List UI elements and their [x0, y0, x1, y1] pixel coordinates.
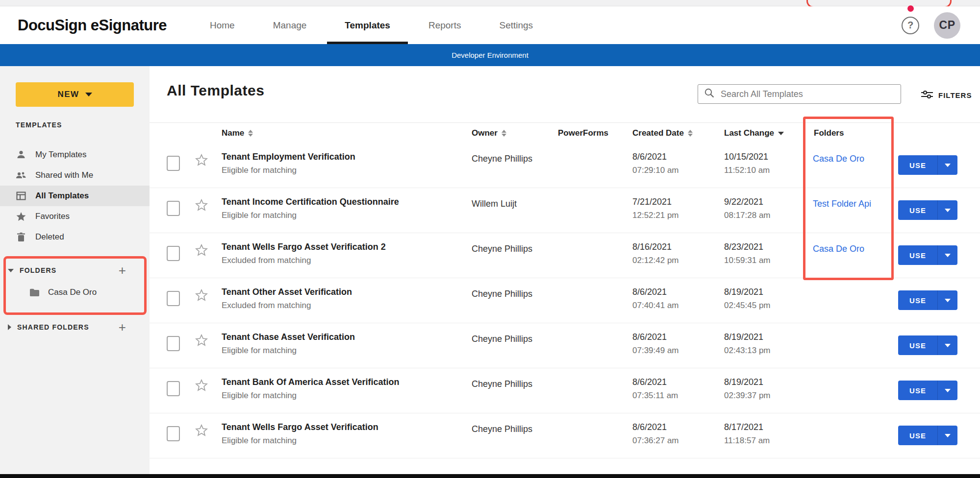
use-dropdown-button[interactable]: [938, 335, 957, 355]
use-dropdown-button[interactable]: [938, 381, 957, 400]
people-icon: [16, 170, 26, 181]
search-box[interactable]: [698, 84, 901, 104]
use-button[interactable]: USE: [898, 155, 938, 175]
shared-folders-group-header[interactable]: SHARED FOLDERS +: [0, 319, 150, 335]
favorite-star-icon[interactable]: [195, 154, 208, 168]
use-split-button[interactable]: USE: [898, 290, 957, 310]
use-button[interactable]: USE: [898, 426, 938, 445]
folder-cell: Casa De Oro: [813, 244, 864, 254]
use-dropdown-button[interactable]: [938, 290, 957, 310]
column-header-powerforms[interactable]: PowerForms: [558, 123, 608, 143]
column-header-owner[interactable]: Owner: [472, 123, 506, 143]
avatar[interactable]: CP: [934, 12, 960, 39]
column-header-last-change[interactable]: Last Change: [724, 123, 784, 143]
last-change-date: 10/15/2021: [724, 152, 770, 162]
sidebar-item-label: Deleted: [35, 232, 64, 242]
chevron-down-icon[interactable]: [8, 269, 14, 272]
favorite-star-icon[interactable]: [195, 379, 208, 393]
chevron-right-icon[interactable]: [8, 324, 11, 330]
new-button[interactable]: NEW: [16, 82, 134, 107]
created-time: 02:12:42 pm: [632, 256, 679, 265]
nav-manage[interactable]: Manage: [273, 6, 307, 44]
add-shared-folder-button[interactable]: +: [119, 322, 126, 332]
sort-icon[interactable]: [248, 130, 253, 137]
created-date-cell: 8/6/2021 07:36:27 am: [632, 422, 679, 446]
folder-cell: Casa De Oro: [813, 154, 864, 164]
created-time: 07:40:41 am: [632, 301, 679, 311]
nav-settings[interactable]: Settings: [499, 6, 533, 44]
sidebar-item-favorites[interactable]: Favorites: [0, 206, 150, 227]
template-name[interactable]: Tenant Chase Asset Verification: [222, 332, 457, 342]
use-split-button[interactable]: USE: [898, 335, 957, 355]
use-button[interactable]: USE: [898, 335, 938, 355]
template-name[interactable]: Tenant Bank Of America Asset Verificatio…: [222, 377, 457, 387]
template-name[interactable]: Tenant Wells Fargo Asset Verification: [222, 422, 457, 432]
sort-icon[interactable]: [502, 130, 506, 137]
template-name[interactable]: Tenant Wells Fargo Asset Verification 2: [222, 242, 457, 252]
use-dropdown-button[interactable]: [938, 426, 957, 445]
last-change-time: 02:45:45 pm: [724, 301, 771, 311]
column-label: Owner: [472, 128, 498, 138]
folder-link[interactable]: Casa De Oro: [813, 154, 864, 164]
sidebar-item-label: Favorites: [35, 212, 70, 221]
use-split-button[interactable]: USE: [898, 155, 957, 175]
favorite-star-icon[interactable]: [195, 199, 208, 213]
template-name-cell: Tenant Bank Of America Asset Verificatio…: [222, 377, 457, 401]
row-checkbox[interactable]: [167, 246, 180, 261]
template-name-cell: Tenant Chase Asset Verification Eligible…: [222, 332, 457, 356]
use-split-button[interactable]: USE: [898, 245, 957, 265]
docusign-logo[interactable]: DocuSign eSignature: [18, 17, 167, 34]
search-input[interactable]: [720, 89, 883, 100]
nav-templates[interactable]: Templates: [345, 6, 390, 44]
sidebar-item-deleted[interactable]: Deleted: [0, 227, 150, 247]
folder-link[interactable]: Test Folder Api: [813, 199, 871, 209]
last-change-time: 02:43:13 pm: [724, 346, 771, 356]
template-rows: Tenant Employment Verification Eligible …: [150, 143, 980, 458]
template-name[interactable]: Tenant Income Certification Questionnair…: [222, 197, 457, 207]
row-checkbox[interactable]: [167, 426, 180, 441]
last-change-date: 8/19/2021: [724, 287, 771, 297]
nav-reports[interactable]: Reports: [428, 6, 461, 44]
sort-icon[interactable]: [688, 130, 693, 137]
favorite-star-icon[interactable]: [195, 244, 208, 258]
use-button[interactable]: USE: [898, 200, 938, 220]
add-folder-button[interactable]: +: [119, 265, 126, 275]
row-checkbox[interactable]: [167, 336, 180, 351]
column-header-folders[interactable]: Folders: [814, 123, 844, 143]
filters-button[interactable]: FILTERS: [921, 89, 972, 101]
use-dropdown-button[interactable]: [938, 245, 957, 265]
use-split-button[interactable]: USE: [898, 381, 957, 400]
favorite-star-icon[interactable]: [195, 334, 208, 348]
nav-home[interactable]: Home: [210, 6, 235, 44]
last-change-date: 8/19/2021: [724, 377, 771, 387]
favorite-star-icon[interactable]: [195, 424, 208, 438]
use-button[interactable]: USE: [898, 381, 938, 400]
folder-link[interactable]: Casa De Oro: [813, 244, 864, 254]
use-split-button[interactable]: USE: [898, 426, 957, 445]
table-row: Tenant Employment Verification Eligible …: [150, 143, 980, 188]
last-change-cell: 8/19/2021 02:39:37 pm: [724, 377, 771, 401]
folders-group-header[interactable]: FOLDERS +: [0, 262, 150, 279]
row-checkbox[interactable]: [167, 201, 180, 216]
sidebar-item-shared-with-me[interactable]: Shared with Me: [0, 165, 150, 186]
template-name[interactable]: Tenant Employment Verification: [222, 152, 457, 162]
column-header-created-date[interactable]: Created Date: [632, 123, 693, 143]
template-name[interactable]: Tenant Other Asset Verification: [222, 287, 457, 297]
sort-desc-icon[interactable]: [778, 132, 784, 135]
column-header-name[interactable]: Name: [222, 123, 253, 143]
row-checkbox[interactable]: [167, 381, 180, 396]
use-button[interactable]: USE: [898, 290, 938, 310]
row-checkbox[interactable]: [167, 156, 180, 171]
sidebar-item-my-templates[interactable]: My Templates: [0, 144, 150, 165]
row-checkbox[interactable]: [167, 291, 180, 306]
help-icon[interactable]: ?: [902, 17, 919, 34]
column-label: Name: [222, 128, 244, 138]
sidebar-item-all-templates[interactable]: All Templates: [0, 186, 150, 206]
use-dropdown-button[interactable]: [938, 200, 957, 220]
developer-environment-banner: Developer Environment: [0, 44, 980, 66]
folder-item-casa-de-oro[interactable]: Casa De Oro: [29, 284, 97, 301]
use-button[interactable]: USE: [898, 245, 938, 265]
use-dropdown-button[interactable]: [938, 155, 957, 175]
use-split-button[interactable]: USE: [898, 200, 957, 220]
favorite-star-icon[interactable]: [195, 289, 208, 303]
